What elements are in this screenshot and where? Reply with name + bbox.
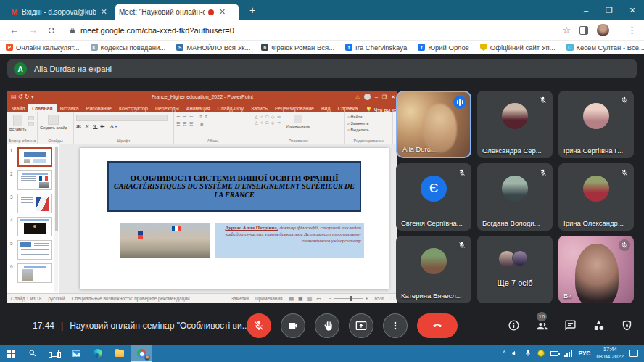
file-explorer-icon[interactable] <box>109 345 131 362</box>
notes-button[interactable]: Заметки <box>231 296 249 301</box>
participant-tile[interactable]: Ще 7 осіб <box>477 236 553 303</box>
back-icon[interactable]: ← <box>9 25 19 36</box>
slide-title-box[interactable]: ОСОБЛИВОСТІ СИСТЕМИ ВИЩОЇ ОСВІТИ ФРАНЦІЇ… <box>107 161 360 212</box>
antivirus-tray-icon[interactable] <box>537 350 545 357</box>
slide-building-photo[interactable] <box>120 223 210 258</box>
taskbar-clock[interactable]: 17:4408.04.2022 <box>596 346 624 361</box>
participant-tile[interactable]: Олександра Сер... <box>477 91 553 158</box>
people-icon[interactable]: 16 <box>534 318 549 333</box>
ppt-ribbon-tab[interactable]: Переходы <box>152 104 183 112</box>
bookmark-item[interactable]: nФраюк Роман Вся... <box>261 44 334 52</box>
thumbnail-scrollbar[interactable] <box>54 146 58 292</box>
chat-icon[interactable] <box>563 318 577 333</box>
participant-tile[interactable]: Ірина Сергіївна Г... <box>558 91 634 158</box>
mic-off-button[interactable] <box>247 313 271 338</box>
reload-icon[interactable] <box>47 26 56 35</box>
slide-thumbnail-3[interactable]: 3 <box>7 192 59 215</box>
participant-tile[interactable]: Ви <box>558 236 634 303</box>
battery-icon[interactable] <box>550 351 558 356</box>
ppt-minimize-button[interactable]: – <box>375 94 378 99</box>
task-view-icon[interactable] <box>44 345 65 362</box>
participant-tile[interactable]: Богдана Володи... <box>477 163 553 231</box>
network-icon[interactable] <box>564 350 572 357</box>
ribbon-group-3[interactable]: Ж К Ч S A▾Шрифт <box>74 112 174 144</box>
slide-author-box[interactable]: Дурдас Алла Петрівна, доктор філософії, … <box>215 223 363 258</box>
ppt-ribbon-tab[interactable]: Слайд-шоу <box>214 104 247 112</box>
ppt-close-button[interactable]: ✕ <box>391 94 395 100</box>
participant-tile[interactable]: Ірина Олександр... <box>558 163 634 231</box>
close-button[interactable]: ✕ <box>621 0 644 20</box>
ribbon-group-5[interactable]: △ ○ □ ◇ ⇨△ ○ □ ◇ ⇨УпорядочитьРисование <box>252 112 345 144</box>
present-button[interactable] <box>349 313 373 338</box>
profile-avatar[interactable] <box>597 24 609 36</box>
ribbon-group-4[interactable]: ☰ ☱ ☲ ≡ ≡☰ ☴ ☵ ≣Абзац <box>174 112 252 144</box>
slide-thumbnail-1[interactable]: 1 <box>7 146 59 169</box>
volume-icon[interactable] <box>511 350 519 357</box>
mail-app-icon[interactable] <box>65 345 87 362</box>
ppt-ribbon-tab[interactable]: Вставка <box>57 104 83 112</box>
ribbon-group-6[interactable]: ⌕ Найти⌕ Заменить⌕ ВыделитьРедактировани… <box>345 112 393 144</box>
bookmark-item[interactable]: SМАНОЙЛО Вся Ук... <box>176 44 250 52</box>
ppt-ribbon-tab[interactable]: Рисование <box>83 104 115 112</box>
taskbar-search-icon[interactable] <box>22 345 44 362</box>
tray-mic-icon[interactable] <box>524 350 532 357</box>
language-switcher[interactable]: РУС <box>578 350 590 357</box>
tab-close-icon[interactable]: ✕ <box>99 7 107 17</box>
ppt-ribbon-tab[interactable]: Файл <box>9 104 28 112</box>
ribbon-group-2[interactable]: Создать слайдСлайды <box>38 112 74 144</box>
edge-app-icon[interactable] <box>87 345 109 362</box>
ppt-ribbon-tab[interactable]: Анимация <box>183 104 214 112</box>
tab-close-icon[interactable]: ✕ <box>218 7 226 17</box>
slide-thumbnail-5[interactable]: 5 <box>7 239 59 262</box>
bookmark-item[interactable]: fЮрий Орлов <box>418 44 468 52</box>
side-panel-icon[interactable] <box>579 26 588 35</box>
browser-menu-icon[interactable]: ⋮ <box>627 25 637 36</box>
bookmark-item[interactable]: PОнлайн калькулят... <box>6 44 80 52</box>
meeting-details-icon[interactable] <box>506 318 521 333</box>
fit-slide-icon[interactable]: ⛶ <box>390 296 394 302</box>
ppt-ribbon-tab[interactable]: Вид <box>318 104 334 112</box>
participant-tile[interactable]: ЄЄвгенія Сергіївна... <box>396 163 471 231</box>
minimize-button[interactable]: – <box>574 0 598 20</box>
browser-tab[interactable]: ▶Meet: "Науковий онлайн-се✕ <box>115 4 239 20</box>
bookmark-item[interactable]: Офіційний сайт Уп... <box>480 44 556 52</box>
camera-button[interactable] <box>281 313 305 338</box>
ppt-ribbon-tab[interactable]: Рецензирование <box>271 104 318 112</box>
raise-hand-button[interactable] <box>315 313 339 338</box>
ppt-ribbon-tab[interactable]: Главная <box>28 104 56 112</box>
omnibox[interactable]: meet.google.com/cba-xxed-fkd?authuser=0 <box>69 26 553 35</box>
participant-tile[interactable]: Alla Durdas <box>396 91 471 158</box>
bookmark-star-icon[interactable]: ☆ <box>562 25 571 36</box>
comments-button[interactable]: Примечания <box>255 296 283 301</box>
ppt-maximize-button[interactable]: ❐ <box>382 94 387 100</box>
slide-thumbnail-panel[interactable]: 123456 <box>7 144 59 293</box>
ribbon-group-1[interactable]: ВставитьБуфер обмена <box>7 112 38 144</box>
slide-thumbnail-2[interactable]: 2 <box>7 169 59 192</box>
language-indicator[interactable]: русский <box>48 296 65 301</box>
activities-icon[interactable] <box>591 318 606 333</box>
bookmark-item[interactable]: ККодексы поведени... <box>91 44 166 52</box>
bookmark-item[interactable]: CКесем Султан - Все... <box>566 44 644 52</box>
bookmark-item[interactable]: fIra Chervinskaya <box>345 44 407 52</box>
hidden-icons-chevron[interactable]: ^ <box>503 350 505 357</box>
action-center-icon[interactable] <box>629 350 638 357</box>
more-options-button[interactable] <box>383 313 408 338</box>
slide-thumbnail-4[interactable]: 4 <box>7 215 59 239</box>
accessibility-check[interactable]: Специальные возможности: проверьте реком… <box>72 296 190 301</box>
chrome-app-icon[interactable] <box>131 345 152 362</box>
participant-tile[interactable]: Катерина Вячесл... <box>396 236 471 303</box>
host-controls-icon[interactable] <box>619 318 634 333</box>
ppt-ribbon-tab[interactable]: Конструктор <box>115 104 152 112</box>
slide-thumbnail-6[interactable]: 6 <box>7 262 59 285</box>
url-text[interactable]: meet.google.com/cba-xxed-fkd?authuser=0 <box>80 26 234 35</box>
forward-icon[interactable]: → <box>28 25 38 36</box>
maximize-button[interactable]: ❐ <box>598 0 621 20</box>
zoom-level[interactable]: 65% <box>374 296 384 301</box>
view-mode-icons[interactable]: ▤ ▦ ▥ ▭ <box>289 296 323 302</box>
ppt-ribbon-tab[interactable]: Справка <box>334 104 361 112</box>
zoom-slider[interactable]: −+ <box>329 296 368 301</box>
end-call-button[interactable] <box>417 313 458 338</box>
start-button[interactable] <box>0 345 22 362</box>
ppt-ribbon-tab[interactable]: Запись <box>247 104 271 112</box>
new-tab-button[interactable]: + <box>245 4 260 16</box>
